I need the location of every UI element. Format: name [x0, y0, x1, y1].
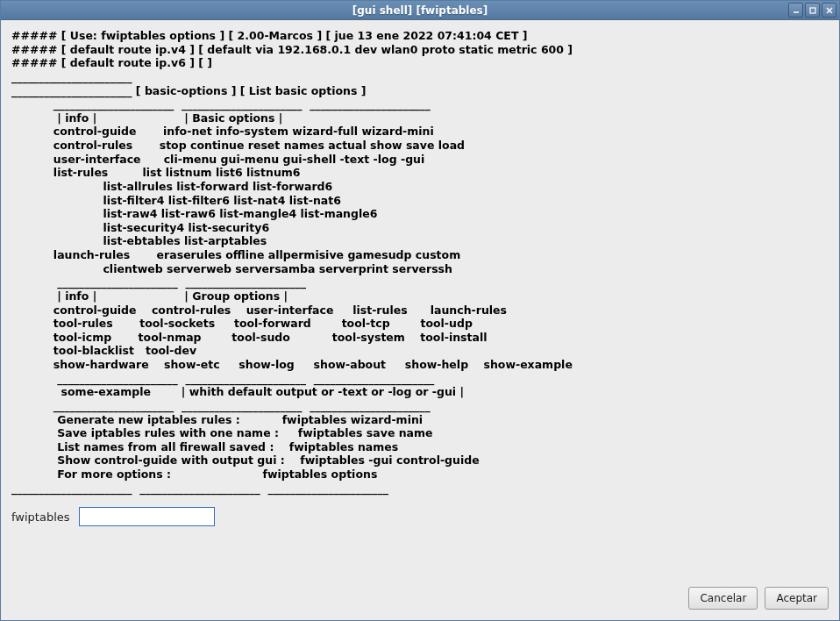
close-button[interactable]: [822, 3, 836, 18]
command-input[interactable]: [79, 507, 215, 526]
window-controls: [788, 3, 836, 18]
maximize-button[interactable]: [805, 3, 820, 18]
cancel-button[interactable]: Cancelar: [688, 587, 758, 610]
minimize-icon: [792, 6, 801, 15]
terminal-output: ##### [ Use: fwiptables options ] [ 2.00…: [11, 29, 829, 495]
main-window: [gui shell] [fwiptables] ##### [ Use: fw…: [0, 0, 840, 621]
svg-rect-1: [810, 8, 815, 13]
input-label: fwiptables: [11, 510, 70, 524]
titlebar[interactable]: [gui shell] [fwiptables]: [1, 1, 839, 20]
minimize-button[interactable]: [788, 3, 803, 18]
input-row: fwiptables: [11, 507, 829, 526]
content-area: ##### [ Use: fwiptables options ] [ 2.00…: [1, 20, 839, 620]
button-row: Cancelar Aceptar: [11, 578, 829, 613]
maximize-icon: [808, 6, 817, 15]
accept-button[interactable]: Aceptar: [765, 587, 829, 610]
window-title: [gui shell] [fwiptables]: [1, 4, 839, 17]
close-icon: [825, 6, 834, 15]
